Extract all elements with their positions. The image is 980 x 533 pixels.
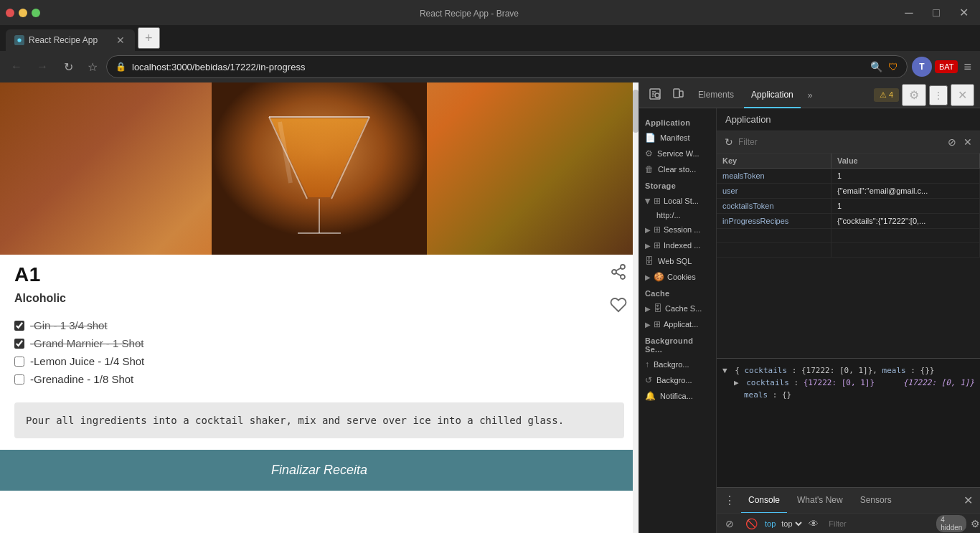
inspector-number-badge: {17222: [0, 1]} — [903, 378, 974, 387]
ingredients-list: -Gin - 1 3/4 shot -Grand Marnier - 1 Sho… — [0, 313, 639, 391]
new-tab-button[interactable]: + — [138, 27, 160, 49]
back-button[interactable]: ← — [6, 56, 27, 77]
inspector-root-triangle[interactable]: ▼ — [722, 366, 727, 375]
ingredient-checkbox-2[interactable] — [14, 339, 24, 349]
ingredient-checkbox-3[interactable] — [14, 357, 24, 367]
sidebar-group-cookies[interactable]: ▶ 🍪 Cookies — [639, 269, 716, 285]
devtools-close-button[interactable]: ✕ — [951, 84, 974, 106]
sidebar-manifest-label: Manifest — [660, 133, 690, 142]
console-tab-console[interactable]: Console — [741, 488, 787, 514]
bookmark-button[interactable]: ☆ — [83, 56, 102, 78]
table-row[interactable] — [717, 229, 980, 243]
sidebar-item-bg-fetch[interactable]: ↑ Backgro... — [639, 357, 716, 372]
window-restore-button[interactable]: □ — [925, 2, 947, 24]
scrollbar-track[interactable] — [633, 82, 639, 533]
lock-icon: 🔒 — [116, 62, 126, 72]
table-row[interactable]: mealsToken 1 — [717, 169, 980, 184]
table-row[interactable] — [717, 243, 980, 258]
recipe-content: A1 Alcoholic -Gin - 1 3/4 shot -Grand Ma… — [0, 255, 639, 491]
devtools-menu-button[interactable]: ⋮ — [929, 85, 948, 105]
table-row[interactable]: user {"email":"email@gmail.c... — [717, 184, 980, 199]
devtools-refresh-button[interactable]: ↻ — [722, 134, 735, 150]
hidden-count-badge: 4 hidden — [936, 515, 966, 532]
sidebar-group-local-storage[interactable]: ▶ ⊞ Local St... — [639, 193, 716, 209]
cocktail-illustration — [212, 82, 427, 255]
window-close-button[interactable]: ✕ — [953, 2, 974, 24]
devtools-tab-application[interactable]: Application — [744, 82, 801, 108]
devtools-tab-elements[interactable]: Elements — [691, 82, 741, 108]
minimize-window-button[interactable] — [19, 9, 27, 17]
address-bar[interactable]: 🔒 localhost:3000/bebidas/17222/in-progre… — [106, 55, 908, 78]
console-tab-sensors[interactable]: Sensors — [853, 488, 899, 514]
sidebar-notifications-label: Notifica... — [660, 392, 693, 400]
browser-menu-button[interactable]: ≡ — [961, 57, 974, 77]
session-storage-chevron: ▶ — [645, 226, 651, 234]
console-settings-button[interactable]: ⚙ — [969, 517, 980, 531]
bottom-clear-button[interactable]: 🚫 — [741, 517, 762, 531]
top-context-button[interactable]: top — [765, 519, 776, 528]
sidebar-item-clear-storage[interactable]: 🗑 Clear sto... — [639, 161, 716, 177]
console-menu-button[interactable]: ⋮ — [721, 491, 738, 510]
devtools-settings-button[interactable]: ⚙ — [902, 84, 926, 106]
show-live-expression-button[interactable]: 👁 — [807, 517, 820, 531]
svg-point-16 — [655, 93, 659, 98]
sidebar-group-indexed-db[interactable]: ▶ ⊞ Indexed ... — [639, 237, 716, 253]
sidebar-local-storage-url[interactable]: http:/... — [639, 209, 716, 222]
sidebar-item-service-worker[interactable]: ⚙ Service W... — [639, 146, 716, 161]
tab-close-button[interactable]: ✕ — [115, 33, 126, 47]
bottom-stop-button[interactable]: ⊘ — [721, 517, 738, 531]
inspector-cocktails-row[interactable]: ▶ cocktails : {17222: [0, 1]} {17222: [0… — [734, 377, 974, 389]
console-close-button[interactable]: ✕ — [961, 491, 976, 510]
profile-button[interactable]: T — [912, 57, 932, 77]
brave-shield-icon[interactable]: 🛡 — [888, 61, 898, 72]
webpage: A1 Alcoholic -Gin - 1 3/4 shot -Grand Ma… — [0, 82, 639, 533]
sidebar-item-web-sql[interactable]: 🗄 Web SQL — [639, 253, 716, 269]
context-selector[interactable]: top — [778, 519, 804, 529]
devtools-storage-table: Key Value mealsToken 1 user {"email":"em… — [717, 154, 980, 358]
devtools-more-tabs[interactable]: » — [804, 88, 817, 103]
sidebar-item-bg-sync[interactable]: ↺ Backgro... — [639, 372, 716, 388]
sidebar-group-app-cache[interactable]: ▶ ⊞ Applicat... — [639, 316, 716, 332]
devtools-inspect-button[interactable] — [645, 85, 665, 105]
table-col-value: Value — [831, 154, 980, 168]
finalize-button[interactable]: Finalizar Receita — [0, 450, 639, 491]
forward-button[interactable]: → — [32, 56, 53, 77]
cache-storage-icon: 🗄 — [654, 303, 662, 313]
cache-storage-chevron: ▶ — [645, 305, 651, 313]
inspector-root-row[interactable]: ▼ { cocktails : {17222: [0, 1]}, meals :… — [722, 364, 974, 377]
sidebar-bg-fetch-label: Backgro... — [654, 360, 689, 369]
devtools-filter-clear-button[interactable]: ⊘ — [946, 134, 958, 150]
scrollbar-thumb[interactable] — [633, 90, 639, 133]
table-cell-key-1: mealsToken — [717, 169, 831, 183]
console-tab-whats-new[interactable]: What's New — [790, 488, 850, 514]
tab-bar: React Recipe App ✕ + — [0, 25, 980, 51]
table-row[interactable]: inProgressRecipes {"cocktails":{"17222":… — [717, 214, 980, 229]
active-tab[interactable]: React Recipe App ✕ — [6, 29, 135, 51]
window-minimize-button[interactable]: ─ — [898, 2, 920, 24]
maximize-window-button[interactable] — [32, 9, 40, 17]
ingredient-checkbox-4[interactable] — [14, 374, 24, 385]
rewards-button[interactable]: BAT — [935, 60, 958, 73]
sidebar-item-notifications[interactable]: 🔔 Notifica... — [639, 388, 716, 404]
table-cell-key-3: cocktailsToken — [717, 199, 831, 213]
sidebar-group-session-storage[interactable]: ▶ ⊞ Session ... — [639, 222, 716, 237]
inspector-meals-row[interactable]: meals : {} — [734, 389, 974, 401]
devtools-device-button[interactable] — [668, 85, 688, 105]
devtools-filter-close-button[interactable]: ✕ — [961, 134, 974, 150]
inspector-cocktails-triangle[interactable]: ▶ — [734, 378, 739, 387]
reload-button[interactable]: ↻ — [57, 56, 79, 77]
ingredient-checkbox-1[interactable] — [14, 321, 24, 331]
address-search-icon[interactable]: 🔍 — [870, 61, 882, 72]
sidebar-local-storage-label: Local St... — [664, 197, 699, 205]
table-row[interactable]: cocktailsToken 1 — [717, 199, 980, 214]
devtools-warning-badge[interactable]: ⚠ 4 — [874, 88, 899, 102]
devtools-app-header: Application — [717, 108, 980, 131]
console-filter-input[interactable] — [829, 519, 928, 528]
close-window-button[interactable] — [6, 9, 14, 17]
sidebar-item-manifest[interactable]: 📄 Manifest — [639, 130, 716, 146]
inspector-colon: : {17222: [0, 1]}, — [792, 366, 882, 375]
sidebar-group-cache-storage[interactable]: ▶ 🗄 Cache S... — [639, 301, 716, 316]
devtools-filter-input[interactable] — [738, 137, 943, 147]
svg-rect-19 — [679, 91, 683, 97]
sidebar-app-cache-label: Applicat... — [664, 320, 698, 329]
